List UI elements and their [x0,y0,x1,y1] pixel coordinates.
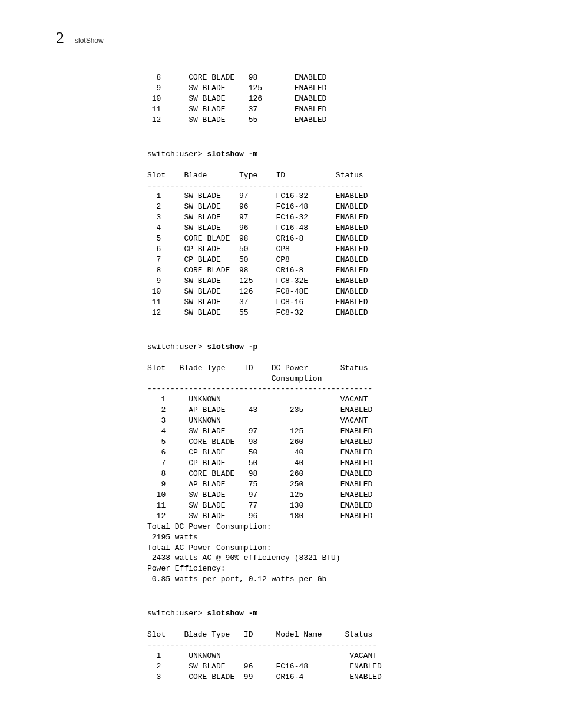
chapter-title: slotShow [75,37,104,45]
output-lines: Slot Blade Type ID Status --------------… [147,171,368,317]
prompt: switch:user> [147,150,207,159]
command-text: slotshow -p [207,342,257,351]
code-block-3: switch:user> slotshow -p Slot Blade Type… [147,342,506,585]
code-block-2: switch:user> slotshow -m Slot Blade Type… [147,149,506,318]
chapter-number: 2 [56,29,64,46]
code-block-1: 8 CORE BLADE 98 ENABLED 9 SW BLADE 125 E… [147,73,506,126]
command-text: slotshow -m [207,609,257,618]
page: 2 slotShow 8 CORE BLADE 98 ENABLED 9 SW … [0,0,562,728]
page-header: 2 slotShow [56,29,506,51]
output-lines: Slot Blade Type ID DC Power Status Consu… [147,364,372,584]
command-text: slotshow -m [207,150,257,159]
code-block-4: switch:user> slotshow -m Slot Blade Type… [147,608,506,683]
prompt: switch:user> [147,342,207,351]
output-lines: Slot Blade Type ID Model Name Status ---… [147,630,382,681]
prompt: switch:user> [147,609,207,618]
